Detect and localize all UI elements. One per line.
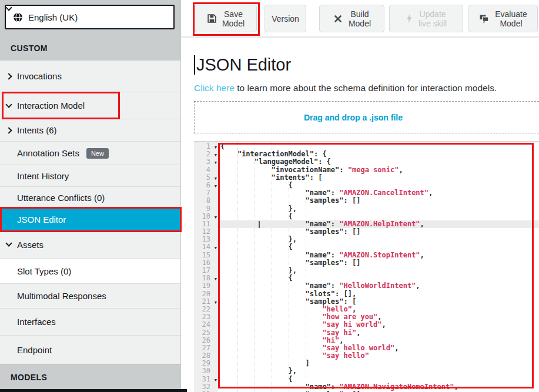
sidebar-item-label: Slot Types (0) [17,266,71,276]
code-line[interactable]: "say hi", [218,329,539,337]
sidebar-item-intents[interactable]: Intents (6) [0,119,180,142]
custom-section-header: CUSTOM [11,43,48,53]
sidebar-item-endpoint[interactable]: Endpoint [0,336,180,364]
line-number: 14▼ [194,243,218,251]
chat-icon [479,14,490,24]
sidebar-bottom-bar [0,389,187,392]
line-number: 24 [194,321,218,329]
save-icon [207,14,217,24]
code-line[interactable]: "intents": [ [218,174,539,182]
line-number: 19 [194,282,218,290]
sidebar-item-label: JSON Editor [17,215,66,225]
models-section-header: MODELS [0,364,180,389]
line-number: 4 [194,166,218,174]
version-button[interactable]: Version [265,5,306,32]
language-selector-label: English (UK) [28,12,155,22]
text-cursor [194,55,195,75]
code-line[interactable]: "name": "HelloWorldIntent", [218,282,539,290]
update-live-skill-button: Update live skill [389,5,463,32]
sidebar-item-label: Intent History [17,171,69,181]
sidebar-item-invocations[interactable]: Invocations [0,61,180,92]
chevron-down-icon [6,103,12,109]
line-number: 30 [194,367,218,375]
line-number: 3▼ [194,158,218,166]
code-line[interactable]: "samples": [] [218,197,539,205]
editor-text-cursor [259,221,260,228]
sidebar-item-json-editor[interactable]: JSON Editor [0,209,180,231]
sidebar-item-label: Interaction Model [17,100,85,110]
line-number: 21▼ [194,298,218,306]
dropzone-label: Drag and drop a .json file [304,113,403,122]
sidebar-item-label: Assets [17,240,43,250]
sidebar-item-label: Utterance Conflicts (0) [17,193,105,203]
button-label: Build Model [349,9,371,28]
editor-gutter: 1▼2▼3▼45▼6▼78910▼11121314▼15161718▼19202… [194,142,218,392]
code-line[interactable]: "say hi world", [218,321,539,329]
json-code-editor[interactable]: 1▼2▼3▼45▼6▼78910▼11121314▼15161718▼19202… [194,141,539,392]
code-line[interactable]: }, [218,367,539,375]
sidebar-item-interaction-model[interactable]: Interaction Model [0,92,180,119]
code-line[interactable]: }, [218,205,539,213]
sidebar-item-label: Invocations [17,71,62,81]
toolbar-divider [181,36,539,38]
chevron-right-icon [6,73,12,79]
button-label: Version [272,14,299,24]
sidebar: English (UK) CUSTOM InvocationsInteracti… [0,0,181,392]
code-line[interactable]: "slots": [], [218,290,539,298]
button-label: Save Model [222,9,245,28]
json-file-dropzone[interactable]: Drag and drop a .json file [194,101,539,133]
code-line[interactable]: "samples": [ [218,298,539,306]
chevron-right-icon [6,128,12,133]
schema-help-text: Click here to learn more about the schem… [194,83,497,93]
line-number: 25 [194,329,218,337]
line-number: 15 [194,252,218,259]
evaluate-model-button[interactable]: Evaluate Model [468,5,538,32]
line-number: 5▼ [194,174,218,182]
sidebar-item-assets[interactable]: Assets [0,231,180,259]
build-model-button[interactable]: Build Model [319,5,384,32]
chevron-down-icon [160,14,166,20]
sidebar-item-utterance-conflicts[interactable]: Utterance Conflicts (0) [0,187,180,209]
sidebar-item-slot-types[interactable]: Slot Types (0) [0,259,180,284]
code-line[interactable]: "name": "AMAZON.StopIntent", [218,252,539,259]
sidebar-item-label: Interfaces [17,317,56,327]
chevron-down-icon [6,242,12,247]
globe-icon [13,12,23,22]
language-selector[interactable]: English (UK) [5,5,175,29]
line-number: 9 [194,205,218,213]
save-model-button[interactable]: Save Model [195,5,257,32]
line-number: 26 [194,337,218,344]
line-number: 8 [194,197,218,205]
new-badge: New [86,148,109,159]
sidebar-item-multimodal-responses[interactable]: Multimodal Responses [0,284,180,309]
code-line[interactable]: "invocationName": "mega sonic", [218,166,539,174]
editor-code-area[interactable]: { "interactionModel": { "languageModel":… [218,142,539,392]
sidebar-item-interfaces[interactable]: Interfaces [0,309,180,336]
click-here-link[interactable]: Click here [194,83,235,93]
line-number: 10▼ [194,213,218,220]
page-title: JSON Editor [194,55,291,75]
button-label: Evaluate Model [495,9,527,28]
sidebar-header: English (UK) CUSTOM [0,0,180,61]
sidebar-item-label: Annotation Sets [17,148,79,158]
sidebar-item-label: Intents (6) [17,125,57,135]
button-label: Update live skill [419,9,447,28]
sidebar-item-label: Multimodal Responses [17,291,106,301]
line-number: 20 [194,290,218,298]
bolt-icon [406,14,413,24]
line-number: 31▼ [194,376,218,383]
build-icon [333,14,343,24]
sidebar-item-annotation-sets[interactable]: Annotation SetsNew [0,142,180,165]
sidebar-item-intent-history[interactable]: Intent History [0,165,180,187]
sidebar-nav: InvocationsInteraction ModelIntents (6)A… [0,61,180,364]
sidebar-item-label: Endpoint [17,345,52,355]
